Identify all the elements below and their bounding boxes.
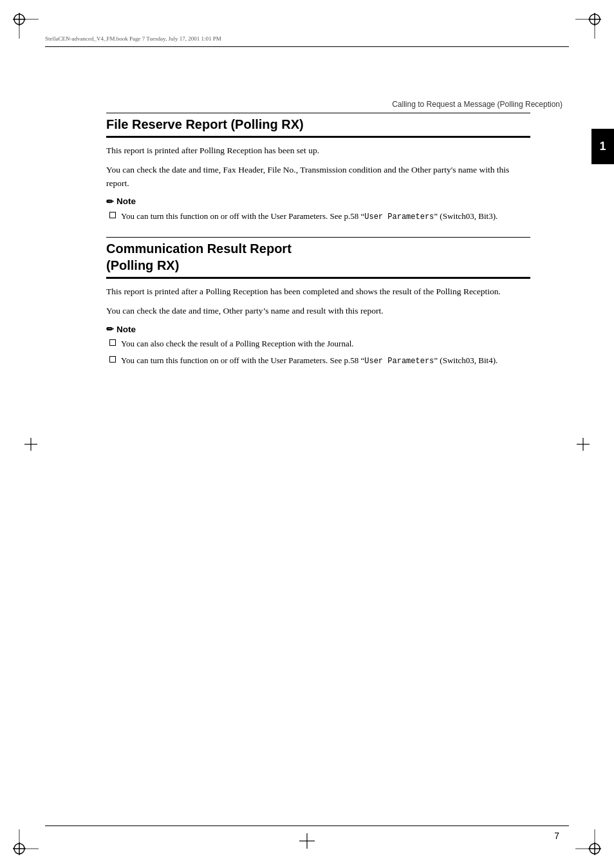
mono-text-2: User Parameters (364, 357, 434, 366)
section2-title: Communication Result Report (Polling RX) (106, 240, 530, 279)
note-item-text-1: You can turn this function on or off wit… (121, 210, 498, 223)
section1-para1: This report is printed after Polling Rec… (106, 144, 530, 157)
section1: File Reserve Report (Polling RX) This re… (106, 113, 530, 223)
section2: Communication Result Report (Polling RX)… (106, 237, 530, 367)
running-header: Calling to Request a Message (Polling Re… (45, 100, 563, 109)
note-checkbox-2 (109, 339, 116, 346)
corner-mark-tl (13, 13, 39, 39)
section1-top-divider (106, 113, 530, 113)
section1-para2: You can check the date and time, Fax Hea… (106, 164, 530, 190)
corner-mark-bl (13, 829, 39, 855)
right-margin-cross (577, 438, 590, 453)
chapter-tab-label: 1 (599, 140, 606, 153)
section1-note-item-1: You can turn this function on or off wit… (109, 210, 530, 223)
main-content: File Reserve Report (Polling RX) This re… (106, 113, 530, 379)
top-border-line (45, 46, 569, 47)
section1-title: File Reserve Report (Polling RX) (106, 116, 530, 138)
note-item-text-2: You can also check the result of a Polli… (121, 337, 354, 350)
corner-mark-tr (575, 13, 601, 39)
section1-note: ✏ Note You can turn this function on or … (106, 196, 530, 223)
corner-mark-br (575, 829, 601, 855)
section2-note-label: ✏ Note (106, 324, 530, 334)
section2-para2: You can check the date and time, Other p… (106, 305, 530, 317)
bottom-center-cross (299, 833, 315, 849)
section2-note-item-2: You can turn this function on or off wit… (109, 354, 530, 367)
pencil-icon-2: ✏ (106, 324, 114, 334)
section2-note-item-1: You can also check the result of a Polli… (109, 337, 530, 350)
header-filename: StellaCEN-advanced_V4_FM.book Page 7 Tue… (45, 35, 569, 42)
note-item-text-3: You can turn this function on or off wit… (121, 354, 498, 367)
page-number: 7 (554, 831, 559, 841)
filename-text: StellaCEN-advanced_V4_FM.book Page 7 Tue… (45, 35, 221, 42)
section1-note-label: ✏ Note (106, 196, 530, 207)
mono-text-1: User Parameters (364, 212, 434, 222)
section2-top-divider (106, 237, 530, 238)
note-checkbox-1 (109, 212, 116, 218)
bottom-border-line (45, 826, 569, 826)
chapter-tab: 1 (591, 129, 614, 164)
left-margin-cross (24, 438, 37, 453)
pencil-icon: ✏ (106, 196, 114, 207)
section2-note: ✏ Note You can also check the result of … (106, 324, 530, 367)
section2-para1: This report is printed after a Polling R… (106, 285, 530, 298)
note-checkbox-3 (109, 356, 116, 363)
